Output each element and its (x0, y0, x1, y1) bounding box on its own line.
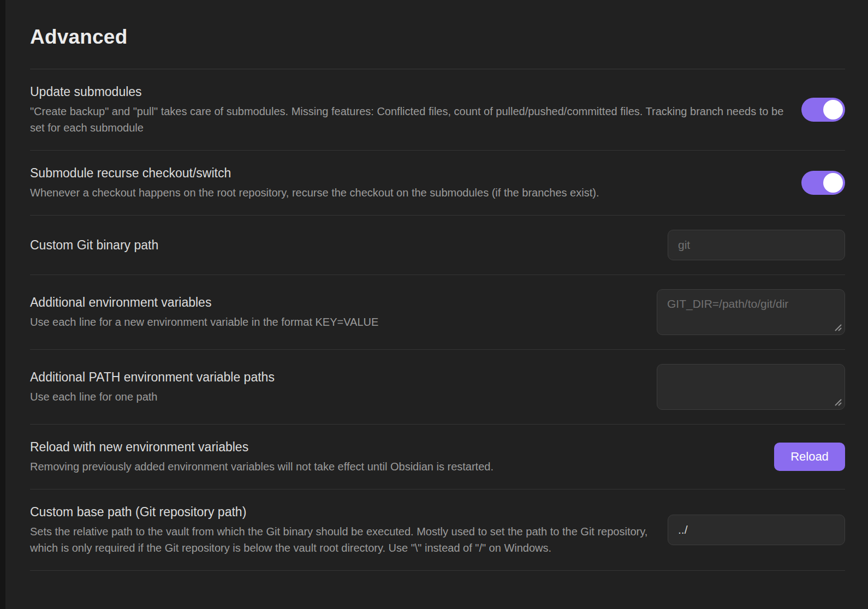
setting-description: "Create backup" and "pull" takes care of… (30, 103, 785, 136)
setting-item-reload-env: Reload with new environment variables Re… (30, 425, 845, 489)
setting-name: Additional PATH environment variable pat… (30, 369, 640, 385)
setting-name: Custom Git binary path (30, 237, 651, 253)
setting-info: Submodule recurse checkout/switch Whenev… (30, 165, 785, 201)
setting-info: Additional environment variables Use eac… (30, 294, 640, 330)
custom-base-path-input[interactable] (668, 515, 845, 545)
left-edge-strip (0, 0, 5, 609)
setting-description: Use each line for a new environment vari… (30, 314, 640, 330)
setting-item-custom-base-path: Custom base path (Git repository path) S… (30, 489, 845, 571)
setting-info: Custom base path (Git repository path) S… (30, 504, 651, 556)
reload-button[interactable]: Reload (774, 443, 845, 471)
setting-control (668, 230, 845, 260)
path-env-variables-textarea[interactable] (657, 364, 845, 410)
setting-item-path-env-variables: Additional PATH environment variable pat… (30, 350, 845, 425)
textarea-wrapper (657, 364, 845, 410)
setting-info: Reload with new environment variables Re… (30, 439, 758, 475)
setting-description: Removing previously added environment va… (30, 458, 758, 475)
setting-item-submodule-recurse: Submodule recurse checkout/switch Whenev… (30, 151, 845, 216)
setting-name: Reload with new environment variables (30, 439, 758, 455)
setting-description: Sets the relative path to the vault from… (30, 523, 651, 556)
setting-name: Update submodules (30, 83, 785, 100)
setting-control (657, 289, 845, 335)
setting-info: Update submodules "Create backup" and "p… (30, 83, 785, 136)
setting-description: Whenever a checkout happens on the root … (30, 184, 785, 201)
setting-info: Additional PATH environment variable pat… (30, 369, 640, 405)
setting-control (668, 515, 845, 545)
textarea-wrapper (657, 289, 845, 335)
setting-name: Additional environment variables (30, 294, 640, 311)
setting-name: Custom base path (Git repository path) (30, 504, 651, 520)
setting-item-update-submodules: Update submodules "Create backup" and "p… (30, 69, 845, 151)
update-submodules-toggle[interactable] (801, 98, 845, 122)
env-variables-textarea[interactable] (657, 289, 845, 335)
toggle-knob (823, 100, 843, 120)
submodule-recurse-toggle[interactable] (801, 171, 845, 195)
setting-item-env-variables: Additional environment variables Use eac… (30, 275, 845, 350)
setting-control: Reload (774, 443, 845, 471)
git-binary-path-input[interactable] (668, 230, 845, 260)
setting-name: Submodule recurse checkout/switch (30, 165, 785, 181)
setting-item-git-binary-path: Custom Git binary path (30, 216, 845, 275)
settings-page: Advanced Update submodules "Create backu… (0, 0, 868, 609)
page-heading: Advanced (30, 0, 845, 69)
setting-description: Use each line for one path (30, 389, 640, 405)
setting-info: Custom Git binary path (30, 237, 651, 253)
toggle-knob (823, 173, 843, 193)
setting-control (801, 98, 845, 122)
page-title: Advanced (30, 25, 845, 49)
settings-content: Advanced Update submodules "Create backu… (5, 0, 868, 609)
setting-control (657, 364, 845, 410)
setting-control (801, 171, 845, 195)
